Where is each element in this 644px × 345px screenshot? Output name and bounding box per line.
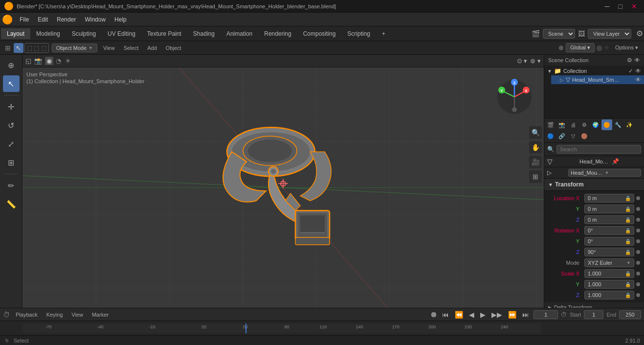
scale-z-value[interactable]: 1.000 🔒 — [584, 291, 634, 299]
scale-z-lock[interactable]: 🔒 — [625, 293, 631, 298]
menu-help[interactable]: Help — [111, 15, 131, 24]
props-tab-output[interactable]: 📸 — [556, 119, 567, 130]
vp-mode-icon[interactable]: ◱ — [25, 57, 31, 65]
props-tab-physics[interactable]: 🔵 — [545, 131, 556, 141]
rot-y-lock[interactable]: 🔒 — [625, 239, 631, 244]
mode-selector[interactable]: Object Mode ▼ — [52, 44, 97, 52]
loc-z-dot[interactable] — [636, 218, 640, 222]
props-tab-material[interactable]: 🟤 — [579, 131, 590, 141]
prev-keyframe-btn[interactable]: ◀ — [467, 311, 476, 319]
start-frame-input[interactable]: 1 — [584, 310, 603, 319]
scale-y-value[interactable]: 1.000 🔒 — [584, 280, 634, 289]
props-tab-view-layer[interactable]: 🖨 — [568, 119, 578, 130]
loc-y-lock[interactable]: 🔒 — [625, 207, 631, 212]
props-search-input[interactable] — [556, 145, 641, 154]
filter-icon[interactable]: ⚙ — [636, 29, 643, 38]
rot-y-dot[interactable] — [636, 239, 640, 243]
collection-check-icon[interactable]: ✓ — [628, 68, 633, 74]
zoom-to-fit-icon[interactable]: 🔍 — [529, 126, 542, 139]
pin-icon[interactable]: 📌 — [612, 158, 641, 165]
loc-z-lock[interactable]: 🔒 — [625, 217, 631, 223]
material-icon[interactable]: ◔ — [54, 57, 63, 65]
props-tab-render[interactable]: 🎬 — [545, 119, 556, 130]
viewport-gizmo[interactable]: Z X Y — [495, 77, 534, 116]
outliner-item-object[interactable]: ▷ ▽ Head_Mount_Smartm... 👁 — [551, 75, 644, 84]
scale-x-value[interactable]: 1.000 🔒 — [584, 269, 634, 278]
header-cursor-icon[interactable]: ↖ — [14, 43, 23, 53]
end-frame-input[interactable]: 250 — [619, 310, 641, 319]
object-menu[interactable]: Object — [163, 44, 184, 52]
props-tab-modifiers[interactable]: 🔧 — [613, 119, 623, 130]
tab-texture-paint[interactable]: Texture Paint — [141, 28, 187, 39]
render-icon[interactable]: ☀ — [64, 57, 72, 65]
jump-end-btn[interactable]: ⏭ — [521, 311, 531, 319]
snap-icon2[interactable]: ⁘ — [604, 44, 609, 51]
outliner-item-collection[interactable]: ▼ 📁 Collection ✓ 👁 — [544, 67, 644, 75]
tool-scale[interactable]: ⤢ — [3, 136, 20, 152]
tab-rendering[interactable]: Rendering — [258, 28, 297, 39]
props-tab-particles[interactable]: ✨ — [624, 119, 635, 130]
viewport-canvas[interactable]: User Perspective (1) Collection | Head_M… — [22, 68, 544, 308]
tab-shading[interactable]: Shading — [187, 28, 221, 39]
camera-view-icon[interactable]: 🎥 — [529, 156, 542, 168]
tool-transform[interactable]: ⊞ — [3, 154, 20, 171]
mode-value[interactable]: XYZ Euler ▼ — [584, 258, 634, 267]
snap-icon[interactable]: ⊕ — [558, 44, 564, 51]
props-tab-object-data[interactable]: ▽ — [568, 131, 578, 141]
gizmo-btn[interactable]: ⊛ ▾ — [530, 57, 541, 65]
header-icon1[interactable]: ⊞ — [3, 43, 13, 53]
scale-y-dot[interactable] — [636, 282, 640, 286]
tab-layout[interactable]: Layout — [1, 28, 30, 39]
props-tab-constraints[interactable]: 🔗 — [556, 131, 567, 141]
tool-cursor[interactable]: ⊕ — [3, 57, 20, 73]
play-btn[interactable]: ▶ — [479, 311, 487, 319]
menu-window[interactable]: Window — [81, 15, 110, 24]
tab-modeling[interactable]: Modeling — [30, 28, 66, 39]
jump-start-btn[interactable]: ⏮ — [441, 311, 450, 319]
tool-move[interactable]: ✛ — [3, 98, 20, 115]
rotation-y-value[interactable]: 0° 🔒 — [584, 237, 634, 246]
menu-render[interactable]: Render — [53, 15, 80, 24]
view-menu-tl[interactable]: View — [68, 311, 86, 319]
scale-z-dot[interactable] — [636, 293, 640, 297]
marker-menu[interactable]: Marker — [89, 311, 111, 319]
maximize-button[interactable]: □ — [616, 2, 625, 10]
rot-x-lock[interactable]: 🔒 — [625, 228, 631, 233]
transform-global[interactable]: Global ▾ — [566, 43, 595, 52]
tool-annotate[interactable]: ✏ — [3, 177, 20, 194]
scale-x-dot[interactable] — [636, 272, 640, 276]
rot-z-dot[interactable] — [636, 250, 640, 254]
current-frame-input[interactable]: 1 — [533, 310, 558, 319]
options-button[interactable]: Options ▾ — [612, 44, 641, 52]
viewlayer-select[interactable]: View Layer — [588, 29, 631, 39]
tool-measure[interactable]: 📏 — [3, 196, 20, 212]
props-tab-scene[interactable]: ⚙ — [579, 119, 590, 130]
titlebar-controls[interactable]: ─ □ ✕ — [602, 2, 640, 10]
outliner-eye-icon[interactable]: 👁 — [634, 57, 640, 64]
quad-view-icon[interactable]: ⊞ — [529, 170, 542, 183]
proportional-icon[interactable]: ◎ — [597, 44, 602, 51]
props-tab-world[interactable]: 🌍 — [590, 119, 601, 130]
view-menu[interactable]: View — [100, 44, 118, 52]
tab-add[interactable]: + — [376, 28, 391, 39]
add-menu[interactable]: Add — [144, 44, 160, 52]
scene-select[interactable]: Scene — [543, 29, 575, 39]
select-menu[interactable]: Select — [121, 44, 142, 52]
loc-x-lock[interactable]: 🔒 — [625, 196, 631, 201]
vp-cam-icon[interactable]: 📸 — [34, 57, 42, 65]
blender-menu-logo[interactable]: 🟠 — [2, 14, 13, 25]
rotation-z-value[interactable]: 90° 🔒 — [584, 248, 634, 256]
props-tab-object[interactable]: 🟠 — [601, 119, 612, 130]
tab-compositing[interactable]: Compositing — [297, 28, 342, 39]
object-eye-icon[interactable]: 👁 — [635, 76, 641, 83]
timeline-ruler[interactable]: -70 -40 -10 20 50 80 110 140 170 200 230… — [22, 323, 541, 333]
tool-select[interactable]: ↖ — [3, 75, 20, 92]
delta-transform-section[interactable]: ▶ Delta Transform — [544, 302, 644, 308]
close-button[interactable]: ✕ — [628, 2, 640, 10]
playback-menu[interactable]: Playback — [13, 311, 41, 319]
menu-file[interactable]: File — [16, 15, 33, 24]
next-keyframe-btn[interactable]: ▶▶ — [490, 311, 504, 319]
menu-edit[interactable]: Edit — [34, 15, 52, 24]
timeline-body[interactable]: -70 -40 -10 20 50 80 110 140 170 200 230… — [0, 321, 644, 335]
next-frame-btn[interactable]: ⏩ — [507, 311, 518, 319]
